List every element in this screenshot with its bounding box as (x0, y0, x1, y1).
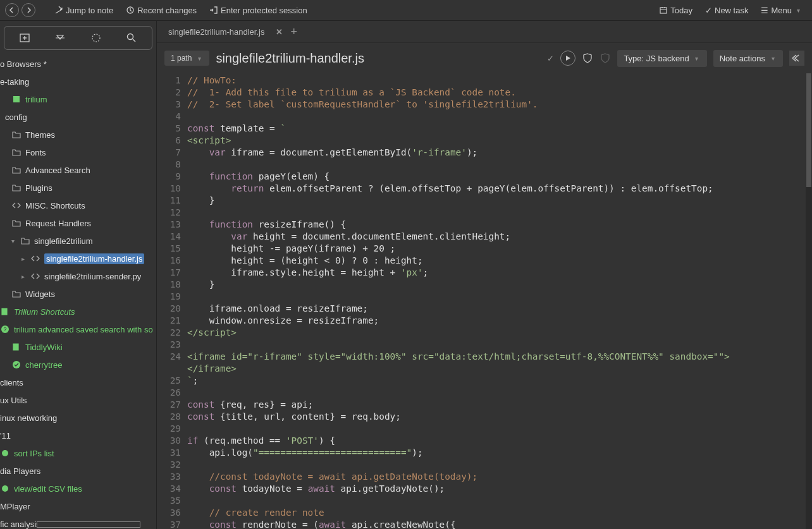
tree-item-label: trilium (25, 95, 47, 104)
shield-icon[interactable] (582, 52, 593, 64)
check-icon (11, 360, 22, 370)
new-note-icon[interactable] (16, 30, 34, 46)
search-icon[interactable] (123, 30, 140, 46)
tree-item[interactable]: Trilium Shortcuts (0, 303, 156, 320)
chevron-down-icon[interactable]: ▾ (9, 238, 16, 245)
nav-forward-button[interactable] (22, 3, 35, 17)
horizontal-scrollbar[interactable] (37, 521, 140, 528)
jump-to-note-button[interactable]: Jump to note (49, 3, 118, 18)
tree-item[interactable]: '11 (0, 427, 156, 444)
tree-item[interactable]: Themes (0, 126, 156, 143)
actions-label: Note actions (720, 54, 765, 63)
tree-item[interactable]: ▸singlefile2trilium-handler.js (0, 250, 156, 267)
tree-item-label: singlefile2trilium (34, 236, 92, 246)
note-actions-dropdown[interactable]: Note actions ▾ (713, 50, 783, 67)
today-button[interactable]: Today (654, 3, 698, 18)
tab-active[interactable]: singlefile2trilium-handler.js (164, 25, 268, 39)
code-icon (11, 200, 22, 210)
tab-close-button[interactable]: ✕ (276, 27, 283, 37)
folder-icon (11, 289, 22, 299)
tree-item[interactable]: TiddlyWiki (0, 338, 156, 356)
scrollbar-thumb[interactable] (806, 73, 811, 187)
tab-bar: singlefile2trilium-handler.js ✕ + (157, 21, 812, 43)
run-button[interactable] (560, 51, 575, 66)
tree-item-label: Themes (25, 130, 55, 140)
hamburger-icon: ☰ (761, 6, 768, 15)
tree-item[interactable]: dia Players (0, 462, 156, 480)
tree-item-label: clients (0, 378, 23, 387)
line-gutter: 1234567891011121314151617181920212223242… (157, 73, 186, 529)
tree-item-label: ux Utils (0, 396, 27, 405)
jump-label: Jump to note (66, 6, 113, 15)
tree-item[interactable]: inux networking (0, 409, 156, 427)
tree-item[interactable]: clients (0, 374, 156, 391)
newtask-label: New task (715, 6, 748, 15)
tree-item-label: MISC. Shortcuts (25, 201, 85, 210)
tree-item[interactable]: MPlayer (0, 497, 156, 515)
chevron-down-icon: ▾ (693, 55, 701, 62)
tree-item-label: o Browsers * (0, 59, 47, 69)
nav-back-button[interactable] (5, 3, 19, 17)
tree-item[interactable]: e-taking (0, 73, 156, 90)
collapse-ribbon-button[interactable] (789, 51, 804, 66)
tree-item-label: TiddlyWiki (25, 343, 63, 352)
sidebar-toolbar (4, 26, 152, 50)
tree-item-label: '11 (0, 431, 11, 441)
code-icon (30, 271, 40, 281)
tree-item[interactable]: Advanced Search (0, 161, 156, 179)
vertical-scrollbar[interactable] (806, 73, 812, 529)
new-task-button[interactable]: ✓ New task (700, 3, 753, 18)
tree-item[interactable]: Request Handlers (0, 214, 156, 232)
book-icon (11, 342, 22, 352)
folder-icon (11, 183, 22, 193)
tree-item[interactable]: ux Utils (0, 391, 156, 409)
today-label: Today (670, 6, 692, 15)
tree-item-label: trilium advanced saved search with so (14, 325, 153, 334)
note-title[interactable]: singlefile2trilium-handler.js (216, 51, 541, 66)
enter-protected-button[interactable]: Enter protected session (204, 3, 312, 18)
chevron-down-icon: ▾ (794, 7, 802, 14)
note-tree[interactable]: o Browsers *e-taking triliumconfig Theme… (0, 54, 156, 529)
tree-item-label: sort IPs list (14, 449, 54, 458)
tree-item[interactable]: ▾singlefile2trilium (0, 232, 156, 250)
tree-item-label: config (5, 112, 27, 122)
tree-item[interactable]: config (0, 108, 156, 126)
chevron-right-icon[interactable]: ▸ (19, 255, 27, 262)
tree-item[interactable]: ?trilium advanced saved search with so (0, 320, 156, 338)
code-content[interactable]: // HowTo:// 1- Add this file to trilium … (186, 73, 812, 529)
tree-item-label: Fonts (25, 148, 46, 157)
t-icon (11, 94, 22, 104)
scroll-to-active-icon[interactable] (87, 30, 105, 46)
chevron-right-icon[interactable]: ▸ (19, 273, 27, 280)
tree-item[interactable]: view/edit CSV files (0, 480, 156, 497)
top-bar: Jump to note Recent changes Enter protec… (0, 0, 812, 21)
folder-icon (20, 236, 30, 246)
svg-point-10 (2, 485, 8, 492)
folder-icon (11, 218, 22, 228)
tree-item[interactable]: trilium (0, 90, 156, 108)
recent-label: Recent changes (137, 6, 197, 15)
collapse-tree-icon[interactable] (51, 30, 69, 46)
code-editor[interactable]: 1234567891011121314151617181920212223242… (157, 73, 812, 529)
tree-item-label: singlefile2trilium-sender.py (44, 272, 141, 281)
tree-item[interactable]: sort IPs list (0, 444, 156, 462)
tree-item[interactable]: Plugins (0, 179, 156, 197)
tree-item[interactable]: Fonts (0, 143, 156, 161)
tree-item[interactable]: Widgets (0, 285, 156, 303)
note-type-dropdown[interactable]: Type: JS backend ▾ (617, 50, 706, 67)
tab-add-button[interactable]: + (290, 25, 297, 39)
tree-item[interactable]: ▸singlefile2trilium-sender.py (0, 267, 156, 285)
svg-point-9 (2, 450, 8, 456)
path-dropdown[interactable]: 1 path ▾ (164, 51, 209, 66)
shield-outline-icon[interactable] (600, 52, 611, 64)
menu-button[interactable]: ☰ Menu ▾ (756, 3, 807, 18)
tree-item[interactable]: o Browsers * (0, 55, 156, 73)
tree-item[interactable]: cherrytree (0, 356, 156, 374)
recent-changes-button[interactable]: Recent changes (121, 3, 202, 18)
tree-item-label: MPlayer (0, 502, 30, 511)
tree-item[interactable]: MISC. Shortcuts (0, 197, 156, 214)
svg-point-4 (127, 34, 133, 40)
tree-item-label: singlefile2trilium-handler.js (44, 253, 144, 264)
tree-item-label: e-taking (0, 77, 29, 87)
tree-item-label: Plugins (25, 183, 52, 193)
